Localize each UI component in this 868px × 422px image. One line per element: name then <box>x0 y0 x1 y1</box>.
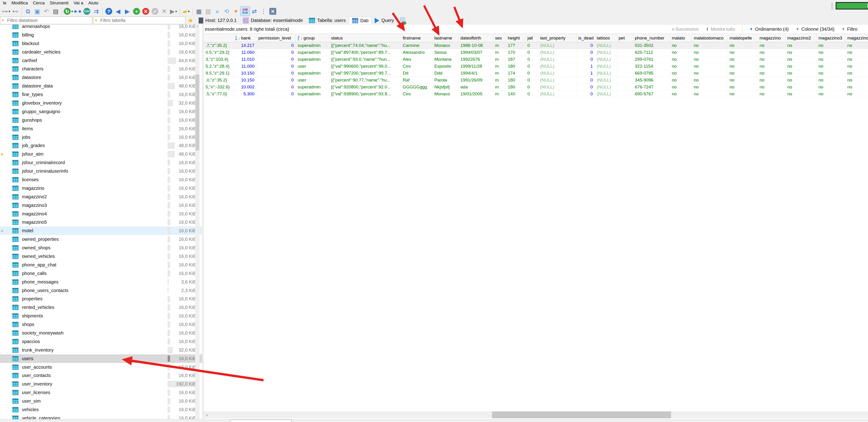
column-header-sex[interactable]: sex <box>493 34 506 42</box>
cell-permission_level[interactable]: 0 <box>256 42 296 49</box>
cell-last_property[interactable]: (NULL) <box>538 56 576 63</box>
cell-magazzino4[interactable]: no <box>845 42 868 49</box>
sidebar-item-datastore_data[interactable]: datastore_data48,0 KiB <box>0 82 202 90</box>
insert-row-icon[interactable]: + <box>132 7 141 16</box>
cell-bank[interactable]: 11.010 <box>233 56 256 63</box>
cell-magazzino2[interactable]: no <box>785 63 816 70</box>
cell-permission_level[interactable]: 0 <box>256 84 296 91</box>
donate-button[interactable]: Don <box>836 2 868 9</box>
sidebar-item-user_accounts[interactable]: user_accounts16,0 KiB <box>0 363 202 371</box>
column-header-firstname[interactable]: firstname <box>401 34 432 42</box>
cell-coords[interactable]: 0.5,"z":29.2} <box>204 49 233 56</box>
cell-jail[interactable]: 0 <box>525 84 538 91</box>
cell-is_dead[interactable]: 0 <box>576 77 595 84</box>
sidebar-item-magazzino[interactable]: magazzino16,0 KiB <box>0 184 202 193</box>
cell-group[interactable]: superadmin <box>296 49 329 56</box>
cell-malatopelle[interactable]: no <box>727 84 757 91</box>
column-header-lastname[interactable]: lastname <box>432 34 459 42</box>
cell-pet[interactable] <box>617 49 633 56</box>
cell-firstname[interactable]: Alessandro <box>401 49 432 56</box>
sidebar-item-users[interactable]: users16,0 KiB <box>0 354 202 363</box>
cell-magazzino2[interactable]: no <box>785 49 816 56</box>
menu-item-le[interactable]: le <box>0 0 9 6</box>
cell-firstname[interactable]: Ciro <box>401 91 432 97</box>
cell-height[interactable]: 180 <box>506 84 525 91</box>
sidebar-item-user_inventory[interactable]: user_inventory192,0 KiB <box>0 380 202 388</box>
sidebar-item-owned_properties[interactable]: owned_properties16,0 KiB <box>0 235 202 244</box>
cell-status[interactable]: [{"val":997200,"percent":99.7... <box>329 70 401 77</box>
cell-pet[interactable] <box>617 42 633 49</box>
cell-magazzino4[interactable]: no <box>845 70 868 77</box>
cell-malatostomaco[interactable]: no <box>692 91 727 97</box>
sidebar-item-phone_users_contacts[interactable]: phone_users_contacts2,3 KiB <box>0 286 202 295</box>
cell-group[interactable]: superadmin <box>296 70 329 77</box>
cell-height[interactable]: 174 <box>506 70 525 77</box>
cell-group[interactable]: superadmin <box>296 84 329 91</box>
cell-pet[interactable] <box>617 77 633 84</box>
sidebar-item-user_sim[interactable]: user_sim16,0 KiB <box>0 397 202 405</box>
sidebar-item-billing[interactable]: billing16,0 KiB <box>0 31 202 39</box>
cell-malato[interactable]: no <box>670 77 692 84</box>
cell-status[interactable]: [{"percent":74.04,"name":"hu... <box>329 42 401 49</box>
menu-item-modifica[interactable]: Modifica <box>9 0 30 6</box>
grid-horizontal-scrollbar[interactable]: ‹ <box>204 411 868 418</box>
sidebar-item-characters[interactable]: characters16,0 KiB <box>0 65 202 73</box>
cell-magazzino4[interactable]: no <box>845 84 868 91</box>
column-header-tattoos[interactable]: tattoos <box>595 34 617 42</box>
cell-firstname[interactable]: Alex <box>401 56 432 63</box>
cell-coords[interactable]: 5.2,"z":28.4} <box>204 63 233 70</box>
cell-is_dead[interactable]: 0 <box>576 42 595 49</box>
disconnect-icon[interactable]: ⊷ <box>11 7 20 16</box>
cell-magazzino2[interactable]: no <box>785 42 816 49</box>
toolbar-grip[interactable] <box>831 3 833 9</box>
copy-icon[interactable]: ⧉ <box>23 7 33 16</box>
cell-permission_level[interactable]: 0 <box>256 63 296 70</box>
cell-pet[interactable] <box>617 70 633 77</box>
cell-magazzino2[interactable]: no <box>785 91 816 97</box>
overflow-dots-icon[interactable]: ⋮ <box>259 7 268 16</box>
cell-jail[interactable]: 0 <box>525 63 538 70</box>
column-header-group[interactable]: AZ↓group <box>296 34 329 42</box>
paste-icon[interactable]: ▣ <box>33 7 42 16</box>
cell-status[interactable]: [{"val":990600,"percent":99.0... <box>329 63 401 70</box>
post-icon[interactable]: ✓ <box>150 7 160 16</box>
column-header-magazzino2[interactable]: magazzino2 <box>785 34 816 42</box>
cell-status[interactable]: [{"val":920800,"percent":92.0... <box>329 84 401 91</box>
cell-magazzino[interactable]: no <box>757 77 785 84</box>
cell-phone_number[interactable]: 345-9096 <box>633 77 670 84</box>
sidebar-item-motel[interactable]: ★motel16,0 KiB <box>0 226 202 235</box>
cell-dateofbirth[interactable]: 19/01/2005 <box>459 91 493 97</box>
cell-coords[interactable]: 5,"x":-332.6} <box>204 84 233 91</box>
cell-magazzino3[interactable]: no <box>816 70 845 77</box>
filter-button[interactable]: ▼ Filtro <box>841 27 857 32</box>
cell-malatopelle[interactable]: no <box>727 77 757 84</box>
cell-dateofbirth[interactable]: 1999/11/28 <box>459 63 493 70</box>
cell-malato[interactable]: no <box>670 56 692 63</box>
column-header-magazzino3[interactable]: magazzino3 <box>816 34 845 42</box>
cell-height[interactable]: 187 <box>506 56 525 63</box>
menu-item-vai-a[interactable]: Vai a <box>71 0 86 6</box>
cell-tattoos[interactable]: (NULL) <box>595 56 617 63</box>
cell-magazzino3[interactable]: no <box>816 91 845 97</box>
cell-firstname[interactable]: Carmine <box>401 42 432 49</box>
cell-group[interactable]: superadmin <box>296 42 329 49</box>
sidebar-item-jsfour_criminaluserinfo[interactable]: jsfour_criminaluserinfo16,0 KiB <box>0 167 202 175</box>
cell-magazzino2[interactable]: no <box>785 84 816 91</box>
cell-coords[interactable]: .7,"z":35.2} <box>204 42 233 49</box>
sidebar-item-owned_shops[interactable]: owned_shops16,0 KiB <box>0 244 202 252</box>
folder-icon[interactable]: ▰▾ <box>182 7 191 16</box>
cell-is_dead[interactable]: 1 <box>576 63 595 70</box>
device-icon[interactable]: ▥ <box>204 7 213 16</box>
cell-phone_number[interactable]: 531-3502 <box>633 42 670 49</box>
sidebar-item-magazzino4[interactable]: magazzino416,0 KiB <box>0 209 202 218</box>
data-flow-icon[interactable]: ⇉ <box>91 7 101 16</box>
cell-status[interactable]: [{"percent":93.0,"name":"hun... <box>329 56 401 63</box>
table-filter-input[interactable] <box>93 17 185 24</box>
connect-icon[interactable]: ⊶▾ <box>1 7 11 16</box>
sidebar-item-magazzino5[interactable]: magazzino516,0 KiB <box>0 218 202 226</box>
cell-magazzino3[interactable]: no <box>816 77 845 84</box>
cell-magazzino[interactable]: no <box>757 84 785 91</box>
cell-magazzino[interactable]: no <box>757 56 785 63</box>
cell-magazzino3[interactable]: no <box>816 84 845 91</box>
help-icon[interactable]: ? <box>104 7 114 16</box>
